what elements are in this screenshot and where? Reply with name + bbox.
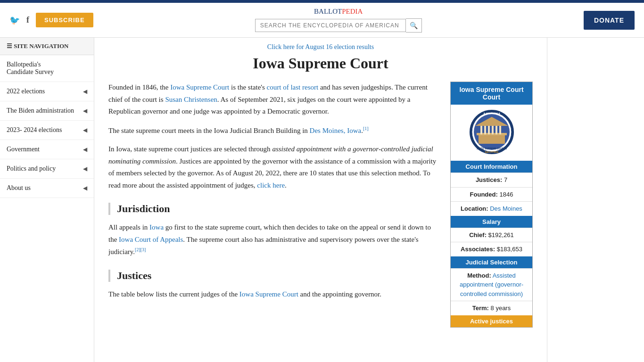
- infobox-image: ★ ★ ★ ★ ★ ★ ★ STATE SUPREME COURTS BALLO…: [451, 105, 532, 161]
- svg-rect-9: [495, 126, 497, 134]
- sidebar-item-about-us[interactable]: About us ◀: [0, 179, 94, 198]
- sidebar-item-2023-2024-elections[interactable]: 2023- 2024 elections ◀: [0, 121, 94, 140]
- infobox-term-row: Term: 8 years: [451, 301, 532, 315]
- svg-text:STATE SUPREME COURTS: STATE SUPREME COURTS: [476, 147, 507, 150]
- sidebar-item-2022-elections[interactable]: 2022 elections ◀: [0, 82, 94, 101]
- chevron-right-icon: ◀: [83, 185, 87, 192]
- ref-2-3: [2][3]: [135, 247, 146, 252]
- infobox-salary-title: Salary: [451, 216, 532, 228]
- chevron-right-icon: ◀: [83, 146, 87, 153]
- iowa-supreme-court-link-2[interactable]: Iowa Supreme Court: [239, 290, 298, 298]
- iowa-supreme-court-link-1[interactable]: Iowa Supreme Court: [170, 83, 229, 91]
- sidebar-item-politics-policy[interactable]: Politics and policy ◀: [0, 159, 94, 179]
- site-nav-header: ☰ SITE NAVIGATION: [0, 38, 94, 55]
- sidebar-item-biden-administration[interactable]: The Biden administration ◀: [0, 101, 94, 121]
- svg-rect-6: [484, 126, 486, 134]
- chevron-right-icon: ◀: [83, 107, 87, 115]
- sidebar-label: 2023- 2024 elections: [7, 126, 62, 134]
- twitter-icon[interactable]: 🐦: [9, 15, 20, 25]
- svg-rect-10: [499, 126, 501, 134]
- sidebar-label: 2022 elections: [7, 88, 45, 95]
- logo-pedia: PEDIA: [342, 8, 363, 15]
- svg-rect-7: [488, 126, 490, 134]
- page-title: Iowa Supreme Court: [108, 55, 533, 72]
- sidebar-label: Government: [7, 146, 40, 153]
- logo[interactable]: BALLOTPEDIA: [255, 8, 422, 16]
- des-moines-link[interactable]: Des Moines, Iowa: [310, 127, 362, 134]
- sidebar-item-government[interactable]: Government ◀: [0, 140, 94, 159]
- svg-rect-3: [479, 134, 505, 144]
- header-left: 🐦 f SUBSCRIBE: [9, 13, 93, 27]
- infobox-founded-row: Founded: 1846: [451, 187, 532, 202]
- sidebar-label: Politics and policy: [7, 165, 56, 173]
- chevron-right-icon: ◀: [83, 127, 87, 134]
- infobox-method-row: Method: Assisted appointment (governor-c…: [451, 268, 532, 301]
- layout: ☰ SITE NAVIGATION Ballotpedia'sCandidate…: [0, 38, 644, 362]
- infobox: Iowa Supreme CourtCourt: [450, 82, 533, 328]
- court-of-last-resort-link[interactable]: court of last resort: [267, 83, 319, 91]
- infobox-court-info-title: Court Information: [451, 161, 532, 173]
- click-here-link[interactable]: click here: [257, 181, 285, 189]
- iowa-court-of-appeals-link[interactable]: Iowa Court of Appeals: [119, 236, 183, 243]
- svg-text:★ ★ ★ ★ ★ ★ ★: ★ ★ ★ ★ ★ ★ ★: [483, 112, 500, 115]
- search-input[interactable]: [255, 19, 406, 32]
- svg-rect-5: [480, 126, 482, 134]
- infobox-chief-salary-row: Chief: $192,261: [451, 228, 532, 242]
- election-results-link[interactable]: Click here for August 16 election result…: [108, 38, 533, 55]
- ref-1: [1]: [363, 126, 369, 131]
- chevron-right-icon: ◀: [83, 88, 87, 95]
- infobox-justices-row: Justices: 7: [451, 173, 532, 187]
- svg-text:BALLOTPEDIA: BALLOTPEDIA: [485, 151, 498, 153]
- infobox-location-row: Location: Des Moines: [451, 201, 532, 216]
- sidebar-label: About us: [7, 184, 31, 192]
- infobox-title: Iowa Supreme CourtCourt: [451, 82, 532, 105]
- infobox-associates-salary-row: Associates: $183,653: [451, 242, 532, 256]
- sidebar-label: The Biden administration: [7, 107, 74, 115]
- sidebar-item-candidate-survey[interactable]: Ballotpedia'sCandidate Survey: [0, 55, 94, 82]
- search-button[interactable]: 🔍: [406, 18, 422, 33]
- sidebar: ☰ SITE NAVIGATION Ballotpedia'sCandidate…: [0, 38, 94, 362]
- iowa-link[interactable]: Iowa: [149, 223, 164, 231]
- infobox-active-justices-title: Active justices: [451, 315, 532, 327]
- susan-christensen-link[interactable]: Susan Christensen: [165, 96, 217, 103]
- logo-area: BALLOTPEDIA 🔍: [255, 8, 422, 33]
- infobox-judicial-selection-title: Judicial Selection: [451, 256, 532, 268]
- subscribe-button[interactable]: SUBSCRIBE: [36, 13, 93, 27]
- donate-button[interactable]: DONATE: [584, 11, 635, 30]
- logo-ballot: BALLOT: [314, 8, 342, 15]
- right-rail: [547, 38, 627, 362]
- article-body: Iowa Supreme CourtCourt: [108, 82, 533, 335]
- main-content: Click here for August 16 election result…: [94, 38, 547, 362]
- svg-rect-8: [492, 126, 494, 134]
- header: 🐦 f SUBSCRIBE BALLOTPEDIA 🔍 DONATE: [0, 3, 644, 38]
- facebook-icon[interactable]: f: [26, 15, 29, 25]
- chevron-right-icon: ◀: [83, 165, 87, 173]
- search-area: 🔍: [255, 18, 422, 33]
- candidate-survey-label: Ballotpedia'sCandidate Survey: [7, 61, 54, 75]
